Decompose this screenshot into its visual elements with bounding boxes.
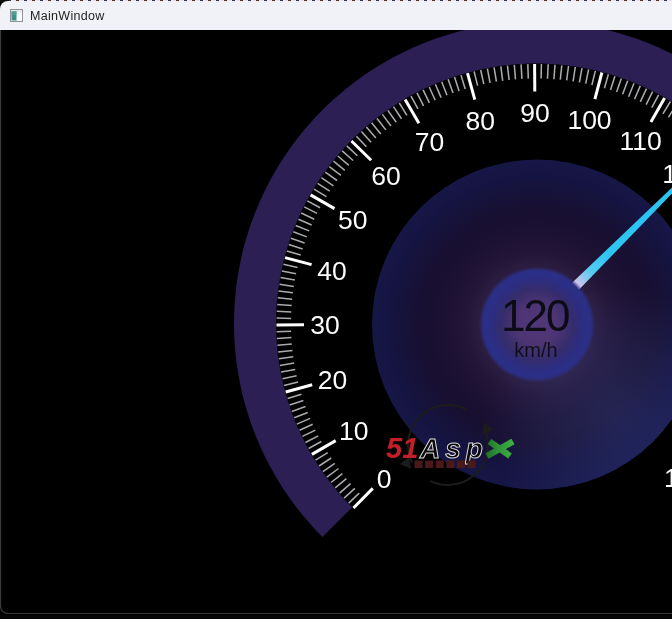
svg-text:120: 120 bbox=[501, 291, 569, 340]
svg-text:90: 90 bbox=[520, 98, 549, 128]
svg-text:70: 70 bbox=[415, 127, 444, 157]
svg-text:10: 10 bbox=[339, 416, 368, 446]
svg-text:60: 60 bbox=[371, 161, 400, 191]
svg-text:80: 80 bbox=[466, 106, 495, 136]
svg-text:110: 110 bbox=[619, 126, 661, 156]
svg-text:0: 0 bbox=[377, 464, 392, 494]
svg-text:50: 50 bbox=[338, 205, 367, 235]
svg-text:30: 30 bbox=[310, 310, 339, 340]
svg-text:180: 180 bbox=[664, 463, 672, 493]
svg-text:100: 100 bbox=[567, 105, 611, 135]
svg-text:km/h: km/h bbox=[514, 339, 557, 361]
svg-text:120: 120 bbox=[662, 159, 672, 189]
svg-text:40: 40 bbox=[317, 256, 346, 286]
svg-text:51: 51 bbox=[386, 432, 418, 464]
svg-text:Asp: Asp bbox=[419, 433, 488, 464]
svg-text:20: 20 bbox=[318, 365, 347, 395]
